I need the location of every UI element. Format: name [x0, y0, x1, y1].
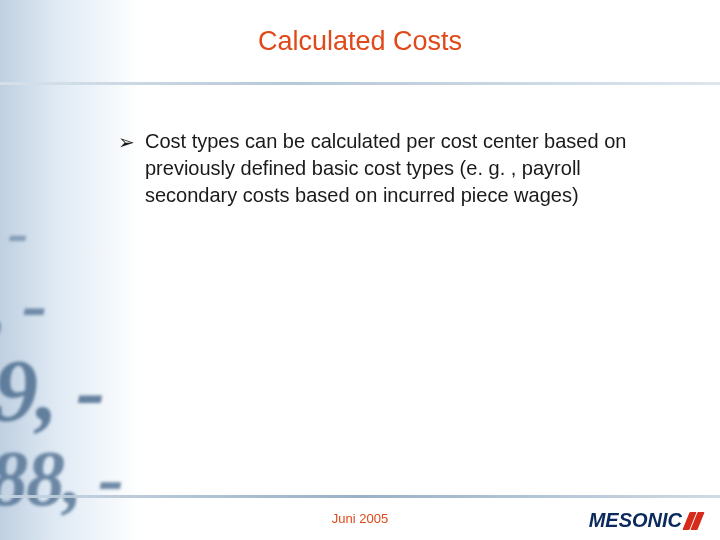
slide-title: Calculated Costs	[0, 26, 720, 57]
brand-logo: MESONIC	[589, 509, 702, 532]
decor-number: 4, -	[0, 265, 122, 345]
footer-divider	[0, 495, 720, 498]
bullet-text: Cost types can be calculated per cost ce…	[145, 128, 664, 209]
brand-logo-text: MESONIC	[589, 509, 682, 532]
decor-number: 088, -	[0, 437, 122, 519]
left-decorative-strip: / , - 4, - 09, - 088, -	[0, 0, 140, 540]
decorative-numbers: / , - 4, - 09, - 088, -	[0, 200, 122, 519]
title-divider	[0, 82, 720, 85]
bullet-item: ➢ Cost types can be calculated per cost …	[118, 128, 664, 209]
bullet-arrow-icon: ➢	[118, 128, 135, 156]
decor-number: 09, -	[0, 345, 122, 437]
brand-logo-slashes-icon	[684, 511, 702, 531]
decor-number: / , -	[0, 200, 122, 265]
content-area: ➢ Cost types can be calculated per cost …	[118, 128, 664, 209]
